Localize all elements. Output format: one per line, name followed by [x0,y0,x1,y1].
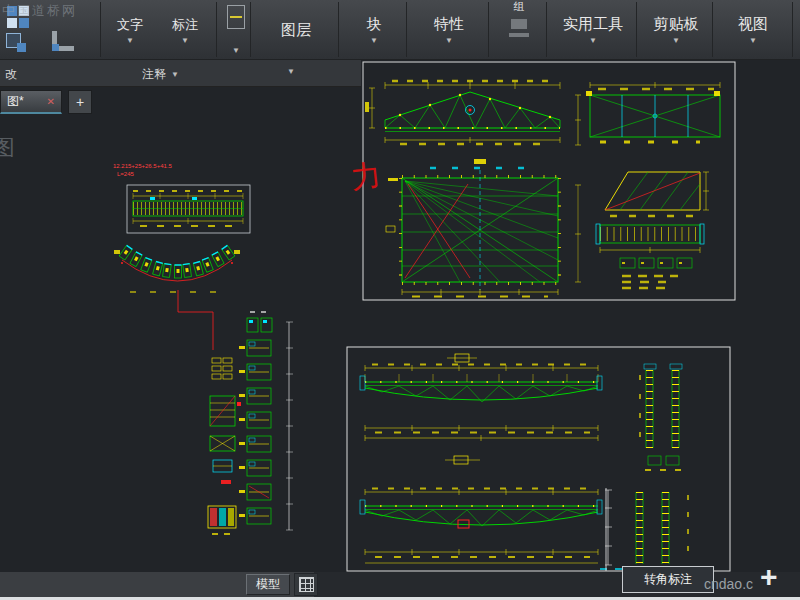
chevron-down-icon: ▼ [370,37,378,45]
layers-panel-button[interactable]: 图层 [254,0,338,60]
panel-divider [406,2,407,57]
panel-divider [250,2,251,57]
chevron-down-icon: ▼ [749,37,757,45]
cad-drawing[interactable]: 图 12.215+25+26.5+41.5 L=245 [0,60,800,572]
center-emblem [445,456,480,464]
panel-divider [216,2,217,57]
properties-panel-button[interactable]: 特性 ▼ [410,0,488,60]
group-icons-cutoff [509,15,529,41]
dimension-style-button[interactable]: ▼ [220,2,252,58]
red-note-line2: L=245 [117,171,135,177]
measure-icon[interactable] [52,31,74,51]
dim-style-icon [227,5,245,29]
panel-divider [100,2,101,57]
layers-panel-caret[interactable]: ▼ [287,68,295,76]
modify-panel-icons [0,0,100,60]
autocad-window: 文字 ▼ 标注 ▼ ▼ 图层 块 ▼ 特性 ▼ 组 实用工具 [0,0,800,600]
grid-icon [299,577,314,592]
plus-icon: + [76,94,84,110]
truss-elevation-2 [360,354,602,441]
truss-section-1 [575,82,720,145]
detail-ladders [600,364,688,569]
detail-section-1 [605,172,709,216]
multicolor-detail-block [208,506,236,528]
sheet-frame-bottom [347,347,730,571]
ribbon: 文字 ▼ 标注 ▼ ▼ 图层 块 ▼ 特性 ▼ 组 实用工具 [0,0,800,60]
view-panel-button[interactable]: 视图 ▼ [716,0,790,60]
array-icon[interactable] [7,6,29,28]
curved-segment-assembly [114,245,240,350]
clipboard-panel-button[interactable]: 剪贴板 ▼ [640,0,712,60]
misc-details-column [208,358,241,534]
dimension-panel-button[interactable]: 标注 ▼ [158,0,212,60]
chevron-down-icon: ▼ [287,68,295,76]
chevron-down-icon: ▼ [445,37,453,45]
chevron-down-icon: ▼ [171,71,179,79]
truss-elevation-1 [365,81,560,181]
bridge-plan [386,159,581,297]
chevron-down-icon: ▼ [126,37,134,45]
chevron-down-icon: ▼ [672,37,680,45]
copy-icon[interactable] [6,33,21,48]
section-details-column [239,312,293,530]
new-tab-button[interactable]: + [68,90,92,114]
panel-divider [338,2,339,57]
watermark-left-char: 图 [0,135,15,160]
chevron-down-icon: ▼ [232,47,240,55]
chevron-down-icon: ▼ [589,37,597,45]
model-tab-button[interactable]: 模型 [246,574,290,595]
text-panel-button[interactable]: 文字 ▼ [104,0,156,60]
detail-blocks-row [620,258,692,288]
grid-toggle-button[interactable] [294,573,318,596]
panel-divider [546,2,547,57]
block-panel-button[interactable]: 块 ▼ [342,0,406,60]
utilities-panel-button[interactable]: 实用工具 ▼ [550,0,636,60]
watermark-red-char: 力 [349,158,382,194]
drawing-file-tab[interactable]: 图* ✕ [0,90,62,114]
modify-panel-label[interactable]: 改 [5,66,17,83]
mini-plan-drawing [127,185,250,233]
panel-divider [488,2,489,57]
annotate-panel-label[interactable]: 注释 ▼ [142,66,179,83]
group-panel-button[interactable]: 组 [492,0,546,60]
panel-divider [792,2,793,57]
detail-girder-bar [596,224,704,253]
chevron-down-icon: ▼ [181,37,189,45]
red-note-line1: 12.215+25+26.5+41.5 [113,163,173,169]
truss-elevation-3 [360,489,602,564]
panel-divider [636,2,637,57]
panel-divider [712,2,713,57]
ribbon-label-strip: 改 注释 ▼ ▼ [0,60,361,87]
close-icon[interactable]: ✕ [47,96,55,107]
drawing-canvas-area: 图 12.215+25+26.5+41.5 L=245 [0,60,800,572]
command-tooltip: 转角标注 [622,566,714,593]
